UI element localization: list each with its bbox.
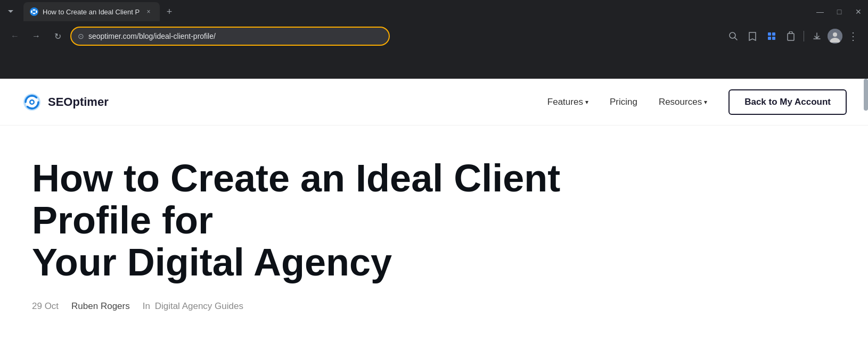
article-area: How to Create an Ideal Client Profile fo… — [0, 126, 868, 333]
new-tab-btn[interactable]: + — [162, 4, 177, 19]
toolbar-separator — [804, 31, 804, 41]
tab-title: How to Create an Ideal Client P — [43, 8, 140, 16]
bookmark-icon-btn[interactable] — [744, 28, 761, 45]
features-nav-link[interactable]: Features ▾ — [547, 97, 588, 107]
address-bar[interactable]: ⊙ seoptimer.com/blog/ideal-client-profil… — [70, 27, 390, 46]
article-title: How to Create an Ideal Client Profile fo… — [32, 157, 618, 284]
svg-rect-5 — [768, 37, 771, 40]
svg-rect-6 — [772, 37, 775, 40]
url-text: seoptimer.com/blog/ideal-client-profile/ — [88, 32, 382, 40]
search-icon-btn[interactable] — [725, 28, 742, 45]
clipboard-icon-btn[interactable] — [782, 28, 799, 45]
logo-icon — [21, 91, 43, 113]
tab-close-btn[interactable]: × — [144, 7, 153, 16]
svg-point-11 — [31, 101, 34, 103]
svg-rect-7 — [788, 34, 794, 40]
back-to-account-btn[interactable]: Back to My Account — [728, 89, 847, 115]
scrollbar-indicator[interactable] — [864, 79, 868, 111]
pricing-nav-link[interactable]: Pricing — [610, 97, 637, 107]
nav-links: Features ▾ Pricing Resources ▾ — [547, 97, 707, 107]
forward-nav-btn[interactable]: → — [28, 28, 45, 45]
tab-dropdown-btn[interactable] — [4, 5, 17, 18]
tab-favicon — [30, 7, 38, 16]
features-chevron-icon: ▾ — [585, 98, 588, 106]
article-date: 29 Oct — [32, 301, 59, 312]
resources-nav-link[interactable]: Resources ▾ — [659, 97, 707, 107]
toolbar-icons: ⋮ — [725, 28, 862, 45]
maximize-btn[interactable]: □ — [834, 7, 845, 16]
svg-point-9 — [833, 32, 837, 37]
active-tab[interactable]: How to Create an Ideal Client P × — [23, 2, 160, 21]
minimize-btn[interactable]: — — [815, 7, 825, 16]
tab-bar: How to Create an Ideal Client P × + — □ … — [0, 0, 868, 23]
close-btn[interactable]: ✕ — [853, 7, 864, 16]
logo-area[interactable]: SEOptimer — [21, 91, 109, 113]
lock-icon: ⊙ — [78, 32, 84, 40]
svg-line-2 — [735, 38, 738, 40]
profile-avatar[interactable] — [828, 29, 842, 44]
site-nav: SEOptimer Features ▾ Pricing Resources ▾… — [0, 79, 868, 126]
svg-rect-3 — [768, 32, 771, 36]
extension-icon-btn[interactable] — [763, 28, 780, 45]
menu-icon-btn[interactable]: ⋮ — [845, 28, 862, 45]
resources-chevron-icon: ▾ — [704, 98, 707, 106]
article-author: Ruben Rogers — [71, 301, 130, 312]
page-content: SEOptimer Features ▾ Pricing Resources ▾… — [0, 79, 868, 333]
article-in-label: In Digital Agency Guides — [143, 301, 243, 312]
article-meta: 29 Oct Ruben Rogers In Digital Agency Gu… — [32, 301, 836, 312]
address-bar-row: ← → ↻ ⊙ seoptimer.com/blog/ideal-client-… — [0, 23, 868, 49]
refresh-btn[interactable]: ↻ — [49, 28, 66, 45]
svg-rect-4 — [772, 32, 775, 36]
back-nav-btn[interactable]: ← — [6, 28, 23, 45]
article-category: Digital Agency Guides — [155, 301, 243, 311]
logo-text: SEOptimer — [48, 95, 109, 109]
download-icon-btn[interactable] — [808, 28, 825, 45]
